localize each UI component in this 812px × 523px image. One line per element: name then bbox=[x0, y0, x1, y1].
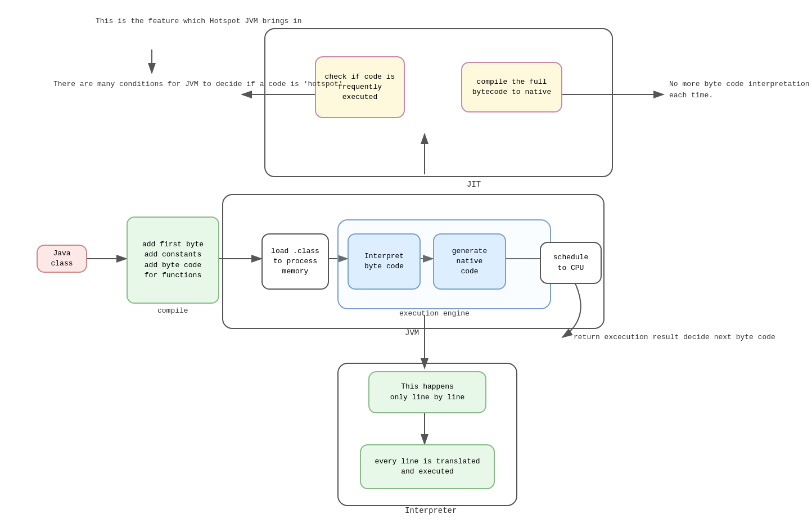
interpreter-label: Interpreter bbox=[405, 505, 457, 517]
load-class-node: load .class to process memory bbox=[261, 233, 329, 290]
jvm-label: JVM bbox=[405, 327, 419, 339]
jit-label: JIT bbox=[467, 179, 481, 191]
line-by-line-node: This happens only line by line bbox=[368, 371, 486, 413]
diagram: JIT check if code is frequently executed… bbox=[0, 0, 812, 523]
schedule-cpu-node: schedule to CPU bbox=[540, 242, 602, 284]
compile-node: add first byte add constants add byte co… bbox=[127, 217, 219, 304]
java-class-node: Java class bbox=[37, 245, 87, 273]
annotation-nobytecode: No more byte code interpretation each ti… bbox=[669, 79, 812, 101]
interpret-bytecode-node: Interpret byte code bbox=[348, 233, 421, 290]
compile-bytecode-node: compile the full bytecode to native bbox=[461, 62, 562, 112]
annotation-conditions: There are many conditions for JVM to dec… bbox=[53, 79, 343, 90]
execution-engine-label: execution engine bbox=[399, 308, 470, 319]
annotation-hotspot: This is the feature which Hotspot JVM br… bbox=[96, 16, 302, 27]
compile-label: compile bbox=[157, 305, 188, 317]
every-line-node: every line is translated and executed bbox=[360, 444, 495, 489]
annotation-return: return excecution result decide next byt… bbox=[574, 332, 775, 343]
generate-native-node: generate native code bbox=[433, 233, 506, 290]
